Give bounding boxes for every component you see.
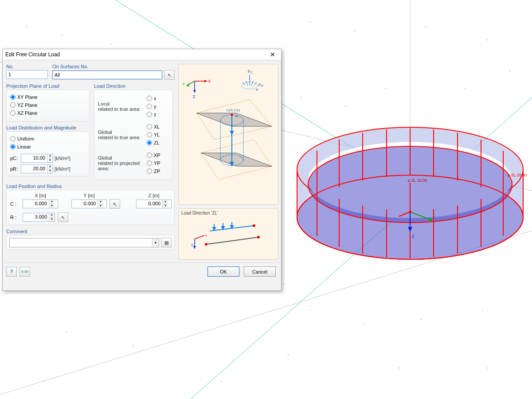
svg-point-28	[44, 381, 45, 382]
r-label: R :	[10, 215, 22, 220]
svg-text:Y: Y	[182, 82, 185, 86]
position-title: Load Position and Radius	[6, 184, 175, 189]
cancel-button[interactable]: Cancel	[244, 266, 276, 277]
svg-point-27	[221, 381, 222, 382]
svg-marker-69	[193, 90, 196, 93]
svg-line-96	[195, 235, 204, 239]
illustration-direction: Load Direction 'ZL' x Z	[178, 208, 278, 260]
pick-c-icon[interactable]: ↖	[110, 199, 120, 209]
svg-text:p: p	[248, 69, 250, 73]
pr-input[interactable]: ▲▼	[21, 164, 53, 173]
svg-point-13	[509, 70, 510, 71]
svg-marker-91	[230, 131, 234, 135]
cz-input[interactable]: ▲▼	[136, 200, 172, 208]
svg-point-111	[253, 224, 255, 227]
svg-line-108	[206, 237, 258, 244]
y-header: Y [m]	[71, 193, 107, 198]
svg-point-15	[301, 97, 302, 98]
pick-surfaces-icon[interactable]: ↖	[164, 70, 175, 80]
pc-unit: [kN/m²]	[55, 156, 70, 161]
radio-xy-plane[interactable]: XY Plane	[10, 94, 86, 101]
svg-text:R: R	[235, 114, 238, 118]
no-input[interactable]	[6, 70, 48, 79]
comment-combo[interactable]: ▾	[9, 238, 159, 247]
svg-text:R: R	[256, 88, 258, 92]
radio-x[interactable]: x	[147, 95, 170, 102]
global-proj-label: Global related to projected area:	[98, 155, 147, 171]
radio-zl[interactable]: ZL	[147, 139, 170, 146]
svg-point-25	[133, 345, 133, 346]
svg-text:C(X,Y,Z): C(X,Y,Z)	[227, 108, 240, 112]
pc-input[interactable]: ▲▼	[21, 154, 53, 163]
label-pzl20: p-ZL 20.00	[508, 173, 527, 177]
pr-label: pR:	[10, 166, 21, 172]
svg-point-10	[354, 31, 355, 31]
svg-point-8	[110, 44, 111, 45]
radio-y[interactable]: y	[147, 103, 170, 110]
svg-text:R: R	[261, 84, 263, 87]
radio-linear[interactable]: Linear	[10, 143, 86, 150]
help-icon[interactable]: ?	[6, 267, 17, 277]
radio-xp[interactable]: XP	[147, 152, 170, 159]
no-group-title: No.	[6, 64, 49, 69]
svg-text:Z: Z	[193, 94, 196, 99]
edit-free-circular-load-dialog: Edit Free Circular Load ✕ No. On Surface…	[2, 49, 282, 291]
cy-input[interactable]: ▲▼	[71, 200, 107, 208]
radio-yp[interactable]: YP	[147, 160, 170, 167]
close-icon[interactable]: ✕	[267, 51, 278, 58]
titlebar[interactable]: Edit Free Circular Load ✕	[3, 49, 281, 60]
radio-uniform[interactable]: Uniform	[10, 135, 86, 142]
svg-marker-103	[213, 227, 215, 230]
svg-point-109	[205, 243, 207, 246]
svg-point-19	[363, 323, 364, 324]
label-pzl10: p-ZL 10.00	[408, 178, 427, 183]
svg-point-9	[310, 22, 311, 23]
svg-point-24	[487, 368, 488, 368]
distribution-title: Load Distribution and Magnitude	[6, 125, 90, 130]
surfaces-input[interactable]	[52, 70, 162, 79]
svg-point-93	[231, 114, 233, 116]
comment-title: Comment	[6, 229, 175, 234]
proj-plane-title: Projection Plane of Load	[6, 83, 90, 89]
svg-point-6	[26, 26, 27, 27]
svg-point-22	[288, 354, 289, 355]
load-direction-title: Load Direction	[94, 83, 173, 89]
radio-zp[interactable]: ZP	[147, 168, 170, 175]
svg-text:x: x	[205, 233, 207, 237]
svg-line-75	[246, 81, 248, 86]
r-input[interactable]: ▲▼	[23, 213, 55, 222]
svg-point-16	[345, 106, 346, 107]
pc-label: pC:	[10, 156, 21, 161]
svg-marker-63	[204, 80, 207, 82]
svg-point-110	[257, 236, 260, 239]
radio-z[interactable]: z	[147, 111, 170, 118]
svg-point-29	[283, 283, 284, 284]
radio-xz-plane[interactable]: XZ Plane	[10, 110, 86, 117]
svg-marker-105	[222, 227, 224, 229]
svg-point-21	[483, 310, 484, 311]
svg-text:X: X	[208, 79, 211, 83]
svg-text:C: C	[250, 71, 253, 74]
cx-input[interactable]: ▲▼	[23, 200, 58, 208]
svg-point-26	[66, 332, 67, 333]
svg-point-12	[487, 39, 488, 40]
svg-point-0	[0, 0, 0, 0]
radio-yz-plane[interactable]: YZ Plane	[10, 102, 86, 109]
svg-point-14	[465, 88, 466, 89]
svg-point-7	[62, 35, 63, 36]
radio-yl[interactable]: YL	[147, 131, 170, 138]
svg-point-11	[425, 26, 426, 27]
x-header: X [m]	[23, 193, 58, 198]
svg-point-20	[421, 319, 422, 320]
units-icon[interactable]: 0.00	[20, 267, 30, 277]
svg-point-18	[310, 310, 311, 311]
ok-button[interactable]: OK	[207, 266, 239, 277]
radio-xl[interactable]: XL	[147, 123, 170, 130]
pr-unit: [kN/m²]	[55, 166, 70, 172]
illus-direction-caption: Load Direction 'ZL'	[181, 211, 218, 215]
svg-point-23	[399, 368, 399, 368]
comment-library-icon[interactable]: ▤	[161, 238, 172, 247]
pick-r-icon[interactable]: ↖	[58, 212, 68, 222]
svg-text:Z: Z	[191, 243, 193, 247]
z-header: Z [m]	[136, 193, 172, 198]
